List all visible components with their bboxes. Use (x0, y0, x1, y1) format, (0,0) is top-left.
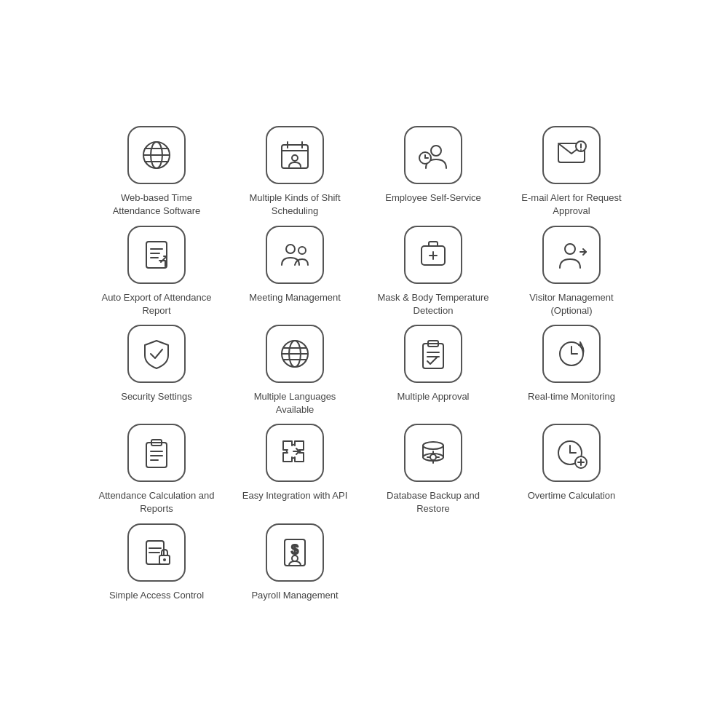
feature-mask-temp: Mask & Body Temperature Detection (375, 226, 491, 317)
feature-multiple-shift: Multiple Kinds of Shift Scheduling (237, 126, 353, 218)
employee-self-service-icon (404, 126, 462, 184)
realtime-monitoring-label: Real-time Monitoring (528, 390, 615, 403)
email-alert-label: E-mail Alert for Request Approval (513, 191, 630, 218)
multiple-shift-label: Multiple Kinds of Shift Scheduling (237, 191, 353, 218)
attendance-calc-label: Attendance Calculation and Reports (98, 489, 215, 515)
database-backup-label: Database Backup and Restore (375, 489, 491, 515)
svg-rect-18 (146, 242, 167, 268)
svg-point-9 (292, 155, 298, 161)
simple-access-label: Simple Access Control (109, 589, 204, 602)
feature-simple-access: Simple Access Control (98, 523, 215, 602)
feature-web-based-time: Web-based Time Attendance Software (98, 126, 215, 218)
feature-security-settings: Security Settings (98, 325, 215, 416)
svg-point-28 (565, 244, 575, 254)
security-settings-label: Security Settings (121, 390, 192, 403)
svg-point-17 (580, 149, 582, 151)
easy-integration-label: Easy Integration with API (242, 489, 348, 502)
email-alert-icon (542, 126, 601, 184)
feature-database-backup: Database Backup and Restore (375, 424, 491, 515)
mask-temp-label: Mask & Body Temperature Detection (375, 291, 491, 317)
feature-payroll: $ Payroll Management (237, 523, 353, 602)
feature-meeting-management: Meeting Management (237, 226, 353, 317)
svg-rect-5 (282, 145, 308, 168)
feature-realtime-monitoring: Real-time Monitoring (513, 325, 630, 416)
meeting-management-label: Meeting Management (249, 291, 341, 304)
svg-point-67 (163, 558, 166, 561)
feature-auto-export: Auto Export of Attendance Report (98, 226, 215, 317)
realtime-monitoring-icon (542, 325, 601, 383)
svg-point-48 (423, 442, 443, 449)
auto-export-icon (127, 226, 186, 284)
multiple-shift-icon (266, 126, 324, 184)
multiple-languages-icon (266, 325, 324, 383)
svg-point-24 (298, 247, 306, 254)
multiple-approval-icon (404, 325, 462, 383)
feature-email-alert: E-mail Alert for Request Approval (513, 126, 630, 218)
easy-integration-icon (266, 424, 324, 482)
simple-access-icon (127, 523, 186, 582)
feature-multiple-languages: Multiple Languages Available (237, 325, 353, 416)
feature-overtime-calc: Overtime Calculation (513, 424, 630, 515)
employee-self-service-label: Employee Self-Service (385, 191, 481, 205)
feature-employee-self-service: Employee Self-Service (375, 126, 491, 218)
multiple-approval-label: Multiple Approval (397, 390, 470, 403)
payroll-icon: $ (266, 523, 324, 582)
svg-point-23 (286, 245, 295, 253)
web-based-time-icon (127, 126, 186, 184)
meeting-management-icon (266, 226, 324, 284)
security-settings-icon (127, 325, 186, 383)
auto-export-label: Auto Export of Attendance Report (98, 291, 215, 317)
payroll-label: Payroll Management (251, 589, 338, 602)
feature-attendance-calc: Attendance Calculation and Reports (98, 424, 215, 515)
visitor-management-icon (542, 226, 601, 284)
multiple-languages-label: Multiple Languages Available (237, 390, 353, 416)
feature-multiple-approval: Multiple Approval (375, 325, 491, 416)
features-grid: Web-based Time Attendance Software Multi… (69, 97, 659, 631)
overtime-calc-icon (542, 424, 601, 482)
database-backup-icon (404, 424, 462, 482)
overtime-calc-label: Overtime Calculation (528, 489, 616, 502)
attendance-calc-icon (127, 424, 186, 482)
web-based-time-label: Web-based Time Attendance Software (98, 191, 215, 218)
feature-easy-integration: Easy Integration with API (237, 424, 353, 515)
mask-temp-icon (404, 226, 462, 284)
svg-point-10 (431, 146, 441, 156)
svg-point-52 (430, 454, 436, 460)
feature-visitor-management: Visitor Management (Optional) (513, 226, 630, 317)
visitor-management-label: Visitor Management (Optional) (513, 291, 630, 317)
